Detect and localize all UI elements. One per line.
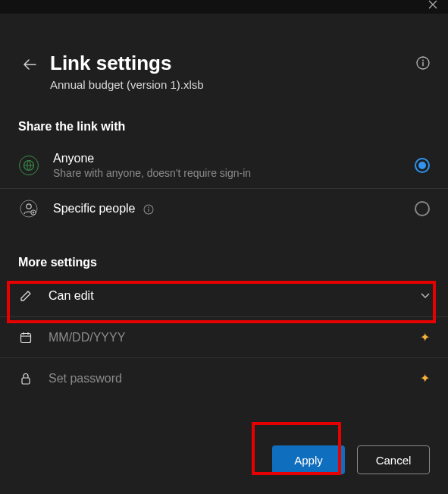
svg-point-8 <box>148 206 149 208</box>
premium-sparkle-icon: ✦ <box>420 371 430 385</box>
svg-rect-2 <box>422 62 423 67</box>
info-icon[interactable] <box>416 56 430 70</box>
option-desc: Share with anyone, doesn't require sign-… <box>53 167 415 179</box>
share-option-specific[interactable]: Specific people <box>0 188 448 228</box>
globe-icon <box>18 155 39 176</box>
share-section-label: Share the link with <box>0 99 448 143</box>
svg-rect-11 <box>22 378 30 384</box>
premium-sparkle-icon: ✦ <box>420 330 430 345</box>
title-bar <box>0 0 448 14</box>
pencil-icon <box>18 290 33 302</box>
permission-value: Can edit <box>49 289 421 303</box>
svg-point-1 <box>422 60 424 61</box>
password-placeholder: Set password <box>49 372 420 385</box>
expiry-date-field[interactable]: MM/DD/YYYY ✦ <box>0 316 448 357</box>
more-settings-label: More settings <box>0 228 448 275</box>
dialog-header: Link settings Annual budget (version 1).… <box>0 14 448 99</box>
chevron-down-icon <box>421 293 430 299</box>
share-option-anyone[interactable]: Anyone Share with anyone, doesn't requir… <box>0 143 448 188</box>
back-arrow-icon[interactable] <box>18 55 41 74</box>
svg-point-5 <box>27 204 31 209</box>
radio-unselected-icon[interactable] <box>415 201 430 216</box>
radio-selected-icon[interactable] <box>415 158 430 173</box>
close-icon[interactable] <box>428 0 437 9</box>
dialog-footer: Apply Cancel <box>272 445 430 474</box>
filename-label: Annual budget (version 1).xlsb <box>50 78 416 91</box>
apply-button[interactable]: Apply <box>272 445 345 474</box>
option-title: Anyone <box>53 152 415 165</box>
cancel-button[interactable]: Cancel <box>357 445 430 474</box>
svg-rect-9 <box>148 209 149 212</box>
page-title: Link settings <box>50 52 416 75</box>
expiry-placeholder: MM/DD/YYYY <box>49 331 420 345</box>
svg-rect-10 <box>21 333 31 342</box>
option-title: Specific people <box>53 202 415 216</box>
password-field[interactable]: Set password ✦ <box>0 357 448 398</box>
permission-dropdown[interactable]: Can edit <box>0 275 448 316</box>
people-icon <box>18 198 39 219</box>
calendar-icon <box>18 332 33 344</box>
lock-icon <box>18 373 33 385</box>
info-icon[interactable] <box>143 204 154 215</box>
